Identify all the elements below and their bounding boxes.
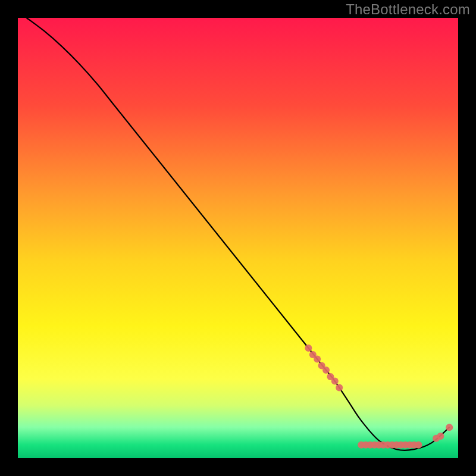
marker-dot <box>331 378 339 385</box>
watermark-label: TheBottleneck.com <box>346 1 470 18</box>
marker-dot <box>446 424 453 431</box>
chart-plot <box>18 18 458 458</box>
marker-dot <box>336 384 343 392</box>
marker-dot <box>437 433 444 440</box>
chart-svg <box>18 18 458 458</box>
marker-dot <box>415 441 422 449</box>
marker-dot <box>305 345 312 352</box>
chart-stage: TheBottleneck.com <box>0 0 476 476</box>
marker-dot <box>314 356 321 363</box>
svg-rect-0 <box>18 18 458 458</box>
marker-dot <box>322 367 330 374</box>
